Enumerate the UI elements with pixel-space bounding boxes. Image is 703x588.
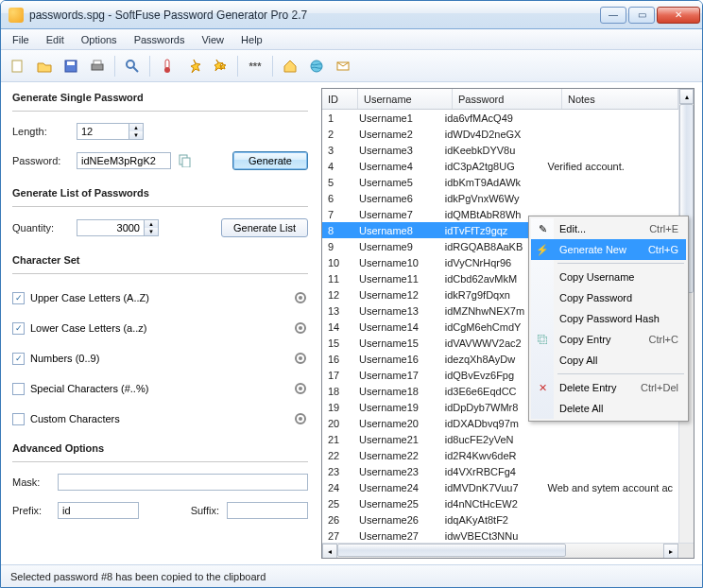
- horizontal-scrollbar[interactable]: ◂ ▸: [322, 543, 694, 558]
- generate-single-icon[interactable]: [182, 55, 205, 78]
- svg-point-16: [299, 326, 302, 330]
- ctx-copy-entry[interactable]: ⿻Copy EntryCtrl+C: [531, 329, 686, 350]
- toolbar: ***: [1, 50, 702, 82]
- print-icon[interactable]: [86, 55, 109, 78]
- upper-checkbox[interactable]: ✓: [12, 292, 25, 304]
- gear-icon[interactable]: [293, 381, 308, 396]
- ctx-copy-username[interactable]: Copy Username: [531, 267, 686, 287]
- section-advanced-title: Advanced Options: [12, 442, 308, 454]
- menu-file[interactable]: File: [5, 32, 37, 47]
- lower-label: Lower Case Letters (a..z): [30, 322, 147, 334]
- gear-icon[interactable]: [293, 351, 308, 366]
- minimize-button[interactable]: —: [600, 7, 626, 24]
- gear-icon[interactable]: [293, 320, 308, 336]
- svg-rect-12: [182, 158, 190, 167]
- globe-icon[interactable]: [305, 55, 328, 78]
- col-username[interactable]: Username: [358, 89, 453, 109]
- section-list-title: Generate List of Passwords: [12, 187, 308, 199]
- window-title: passwords.spg - SoftFuse Password Genera…: [29, 9, 600, 22]
- save-icon[interactable]: [60, 55, 82, 78]
- search-icon[interactable]: [121, 55, 144, 78]
- col-password[interactable]: Password: [453, 89, 562, 109]
- ctx-edit-[interactable]: ✎Edit...Ctrl+E: [531, 218, 686, 239]
- mail-icon[interactable]: [332, 55, 354, 78]
- menu-help[interactable]: Help: [233, 32, 270, 47]
- open-icon[interactable]: [33, 55, 56, 78]
- mask-icon[interactable]: ***: [244, 55, 266, 78]
- ctx-copy-password[interactable]: Copy Password: [531, 287, 686, 308]
- menu-passwords[interactable]: Passwords: [127, 32, 193, 47]
- copy-icon: ⿻: [535, 332, 550, 347]
- numbers-label: Numbers (0..9): [30, 353, 99, 364]
- bolt-icon: ⚡: [535, 242, 550, 257]
- menu-options[interactable]: Options: [74, 32, 125, 47]
- svg-point-9: [311, 61, 322, 72]
- svg-rect-0: [12, 61, 22, 72]
- suffix-input[interactable]: [227, 502, 308, 519]
- menu-edit[interactable]: Edit: [39, 32, 72, 47]
- status-bar: Selected password #8 has been copied to …: [1, 564, 702, 587]
- main-window: passwords.spg - SoftFuse Password Genera…: [0, 0, 703, 588]
- special-label: Special Characters (#..%): [30, 383, 148, 394]
- mask-input[interactable]: [58, 474, 308, 491]
- titlebar[interactable]: passwords.spg - SoftFuse Password Genera…: [1, 1, 702, 29]
- numbers-checkbox[interactable]: ✓: [12, 353, 25, 365]
- lower-checkbox[interactable]: ✓: [12, 322, 25, 335]
- length-input[interactable]: [77, 123, 129, 140]
- table-row[interactable]: 2Username2idWDv4D2neGX: [322, 126, 678, 142]
- quantity-input[interactable]: [77, 219, 145, 236]
- mask-label: Mask:: [12, 476, 50, 488]
- scroll-right-icon[interactable]: ▸: [663, 544, 678, 559]
- status-text: Selected password #8 has been copied to …: [10, 571, 266, 582]
- custom-checkbox[interactable]: [12, 413, 25, 425]
- menubar: File Edit Options Passwords View Help: [1, 29, 702, 50]
- thermometer-icon[interactable]: [156, 55, 179, 78]
- svg-point-5: [127, 61, 134, 68]
- table-row[interactable]: 23Username23id4VXrRBCFg4: [322, 463, 678, 479]
- close-button[interactable]: ✕: [657, 7, 700, 24]
- special-checkbox[interactable]: [12, 383, 25, 395]
- copy-icon[interactable]: [179, 154, 192, 167]
- menu-view[interactable]: View: [194, 32, 231, 47]
- quantity-label: Quantity:: [12, 222, 69, 233]
- gear-icon[interactable]: [293, 411, 308, 426]
- ctx-delete-entry[interactable]: ✕Delete EntryCtrl+Del: [531, 377, 686, 398]
- ctx-generate-new[interactable]: ⚡Generate NewCtrl+G: [531, 239, 686, 260]
- col-id[interactable]: ID: [322, 89, 358, 109]
- svg-point-22: [299, 417, 302, 421]
- section-charset-title: Character Set: [12, 254, 308, 266]
- home-icon[interactable]: [279, 55, 301, 78]
- pencil-icon: ✎: [535, 221, 550, 236]
- prefix-input[interactable]: [58, 502, 139, 519]
- table-row[interactable]: 24Username24idMVDnK7Vuu7Web and sytem ac…: [322, 479, 678, 495]
- generate-list-button[interactable]: Generate List: [221, 218, 308, 237]
- ctx-copy-password-hash[interactable]: Copy Password Hash: [531, 308, 686, 329]
- app-icon: [9, 8, 24, 23]
- ctx-delete-all[interactable]: Delete All: [531, 398, 686, 419]
- table-row[interactable]: 25Username25id4nNCtHcEW2: [322, 495, 678, 511]
- table-row[interactable]: 4Username4idC3pA2tg8UGVerified account.: [322, 158, 678, 174]
- password-output[interactable]: [77, 152, 171, 169]
- prefix-label: Prefix:: [12, 505, 50, 516]
- new-icon[interactable]: [7, 55, 29, 78]
- length-spinner[interactable]: ▲▼: [129, 123, 144, 140]
- suffix-label: Suffix:: [191, 505, 219, 516]
- table-row[interactable]: 3Username3idKeebkDYV8u: [322, 142, 678, 158]
- col-notes[interactable]: Notes: [562, 89, 678, 109]
- maximize-button[interactable]: ▭: [628, 7, 655, 24]
- table-row[interactable]: 22Username22id2R4Kwv6deR: [322, 447, 678, 463]
- table-row[interactable]: 26Username26idqAKyAt8tF2: [322, 511, 678, 527]
- scroll-left-icon[interactable]: ◂: [322, 544, 337, 559]
- ctx-copy-all[interactable]: Copy All: [531, 350, 686, 371]
- table-row[interactable]: 6Username6idkPgVnxW6Wy: [322, 190, 678, 206]
- generate-list-icon[interactable]: [209, 55, 231, 78]
- gear-icon[interactable]: [293, 290, 308, 305]
- table-row[interactable]: 21Username21id8ucFE2yVeN: [322, 431, 678, 447]
- table-row[interactable]: 27Username27idwVBECt3NNu: [322, 527, 678, 543]
- table-row[interactable]: 1Username1ida6vfMAcQ49: [322, 110, 678, 126]
- quantity-spinner[interactable]: ▲▼: [144, 219, 159, 236]
- length-label: Length:: [12, 126, 69, 137]
- svg-line-6: [133, 67, 138, 72]
- generate-button[interactable]: Generate: [232, 151, 308, 170]
- table-row[interactable]: 5Username5idbKmT9AdAWk: [322, 174, 678, 190]
